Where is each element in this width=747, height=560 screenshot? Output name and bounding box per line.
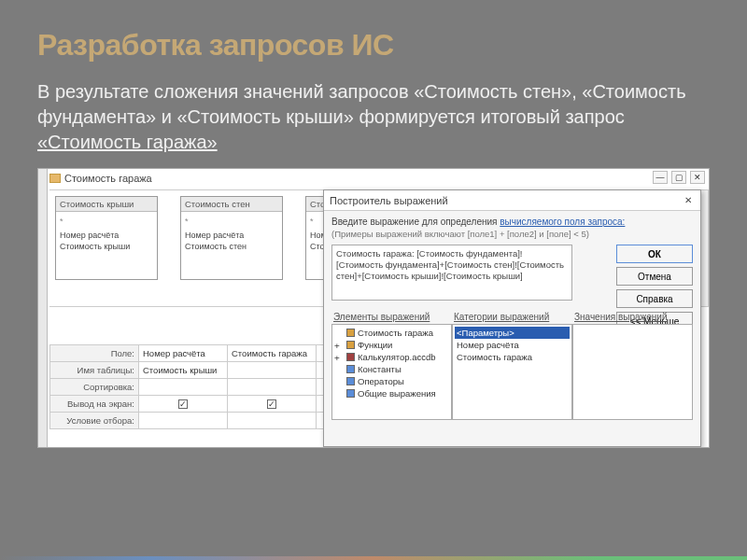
help-button[interactable]: Справка: [616, 289, 693, 308]
instruction-link[interactable]: вычисляемого поля запроса:: [500, 217, 625, 227]
table-box[interactable]: Стоимость стен*Номер расчётаСтоимость ст…: [180, 196, 283, 280]
grid-cell[interactable]: Стоимость крыши: [139, 362, 228, 379]
grid-cell[interactable]: [228, 362, 317, 379]
grid-cell[interactable]: [139, 379, 228, 396]
maximize-button[interactable]: ▢: [671, 171, 686, 184]
dialog-hint: (Примеры выражений включают [поле1] + [п…: [324, 229, 700, 245]
expression-builder-dialog: Построитель выражений ✕ Введите выражени…: [323, 189, 701, 447]
grid-cell[interactable]: Номер расчёта: [139, 345, 228, 362]
minimize-button[interactable]: —: [653, 171, 668, 184]
col-header-values: Значения выражений: [572, 310, 693, 324]
table-icon: [49, 174, 61, 183]
grid-cell[interactable]: Стоимость гаража: [228, 345, 317, 362]
category-item[interactable]: Стоимость гаража: [455, 351, 570, 363]
query-tab[interactable]: Стоимость гаража: [49, 173, 152, 184]
tree-item[interactable]: Общие выражения: [334, 387, 449, 399]
table-field[interactable]: Стоимость стен: [185, 241, 278, 253]
dialog-titlebar[interactable]: Построитель выражений ✕: [324, 190, 700, 211]
dialog-title: Построитель выражений: [330, 195, 448, 206]
folder-icon: [346, 341, 355, 349]
tree-item[interactable]: Стоимость гаража: [334, 327, 449, 339]
slide-description: В результате сложения значений запросов …: [37, 79, 710, 155]
tree-item[interactable]: Константы: [334, 363, 449, 375]
query-tab-label: Стоимость гаража: [64, 173, 152, 184]
grid-row-label: Сортировка:: [50, 379, 139, 396]
grid-cell[interactable]: ✓: [139, 396, 228, 413]
table-field[interactable]: Стоимость крыши: [60, 241, 153, 253]
checkbox[interactable]: ✓: [178, 399, 188, 409]
slide-title: Разработка запросов ИС: [37, 28, 710, 63]
table-field[interactable]: Номер расчёта: [185, 230, 278, 242]
access-window: Стоимость гаража — ▢ ✕ Стоимость крыши*Н…: [37, 168, 710, 448]
table-field[interactable]: *: [185, 216, 278, 228]
description-text: В результате сложения значений запросов …: [37, 81, 686, 127]
checkbox[interactable]: ✓: [267, 399, 276, 409]
description-link: «Стоимость гаража»: [37, 132, 218, 152]
dialog-instruction: Введите выражение для определения вычисл…: [324, 211, 700, 229]
tree-item[interactable]: +Калькулятор.accdb: [334, 351, 449, 363]
close-icon[interactable]: ✕: [682, 194, 695, 207]
folder-icon: [346, 377, 355, 385]
grid-row-label: Поле:: [50, 345, 139, 362]
folder-icon: [346, 389, 355, 398]
categories-list[interactable]: <Параметры>Номер расчётаСтоимость гаража: [452, 324, 572, 420]
grid-row-label: Условие отбора:: [50, 413, 139, 429]
folder-icon: [346, 353, 355, 361]
cancel-button[interactable]: Отмена: [616, 267, 693, 286]
grid-row-label: Имя таблицы:: [50, 362, 139, 379]
table-title: Стоимость стен: [181, 197, 282, 212]
decorative-bar: [0, 556, 747, 560]
table-box[interactable]: Стоимость крыши*Номер расчётаСтоимость к…: [55, 196, 158, 280]
values-list[interactable]: [572, 324, 693, 420]
col-header-elements: Элементы выражений: [331, 310, 452, 324]
grid-cell[interactable]: [228, 379, 317, 396]
grid-cell[interactable]: [228, 413, 317, 429]
vertical-ruler: [38, 169, 48, 447]
tree-item[interactable]: +Функции: [334, 339, 449, 351]
grid-cell[interactable]: ✓: [228, 396, 317, 413]
table-field[interactable]: *: [60, 216, 153, 228]
col-header-categories: Категории выражений: [452, 310, 572, 324]
close-button[interactable]: ✕: [690, 171, 705, 184]
elements-tree[interactable]: Стоимость гаража+Функции+Калькулятор.acc…: [331, 324, 452, 420]
category-item[interactable]: Номер расчёта: [455, 339, 570, 351]
table-field[interactable]: Номер расчёта: [60, 230, 153, 242]
window-controls: — ▢ ✕: [653, 171, 705, 184]
ok-button[interactable]: ОК: [616, 245, 693, 263]
tree-item[interactable]: Операторы: [334, 375, 449, 387]
folder-icon: [346, 365, 355, 373]
folder-icon: [346, 329, 355, 337]
grid-row-label: Вывод на экран:: [50, 396, 139, 413]
table-title: Стоимость крыши: [56, 197, 157, 212]
grid-cell[interactable]: [139, 413, 228, 429]
category-item[interactable]: <Параметры>: [455, 327, 570, 339]
expression-textarea[interactable]: Стоимость гаража: [Стоимость фундамента]…: [331, 245, 572, 301]
